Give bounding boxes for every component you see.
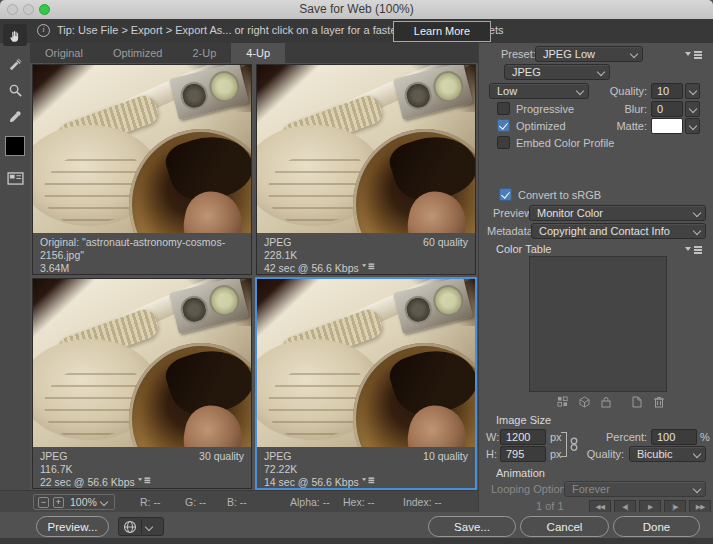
- view-tabs: Original Optimized 2-Up 4-Up: [30, 43, 478, 63]
- lock-color-icon[interactable]: [599, 395, 613, 408]
- dimension-bracket: [561, 432, 567, 457]
- eyedropper-tool-button[interactable]: [3, 105, 27, 127]
- progressive-label: Progressive: [516, 103, 574, 115]
- preview-mode-dropdown[interactable]: Monitor Color: [529, 205, 706, 221]
- preview-pane-30-quality[interactable]: JPEG 30 quality 116.7K 22 sec @ 56.6 Kbp…: [32, 278, 252, 489]
- pane-filesize: 72.22K: [264, 463, 468, 476]
- height-unit: px: [550, 448, 562, 460]
- metadata-dropdown[interactable]: Copyright and Contact Info: [531, 223, 706, 239]
- pane-format: JPEG: [40, 450, 67, 463]
- zoom-control-group: − + 100%: [33, 494, 115, 510]
- percent-value: 100: [657, 431, 675, 443]
- window-titlebar: Save for Web (100%): [0, 0, 713, 20]
- red-readout: R: --: [140, 496, 160, 508]
- tab-4up[interactable]: 4-Up: [231, 43, 285, 63]
- blur-stepper[interactable]: [685, 101, 700, 117]
- matte-swatch[interactable]: [651, 118, 683, 134]
- hand-tool-button[interactable]: [3, 24, 27, 46]
- width-field[interactable]: 1200: [500, 429, 546, 445]
- pane-label: JPEG 60 quality 228.1K 42 sec @ 56.6 Kbp…: [257, 233, 475, 274]
- color-swatch[interactable]: [3, 135, 27, 157]
- tab-optimized[interactable]: Optimized: [98, 43, 178, 63]
- embed-color-profile-label: Embed Color Profile: [516, 137, 614, 149]
- resample-quality-label: Quality:: [582, 448, 624, 460]
- blur-field[interactable]: 0: [651, 101, 683, 117]
- pane-filesize: 116.7K: [40, 463, 244, 476]
- astronaut-preview-image: [257, 279, 475, 447]
- trash-icon[interactable]: [652, 395, 666, 408]
- preview-pane-60-quality[interactable]: JPEG 60 quality 228.1K 42 sec @ 56.6 Kbp…: [256, 64, 476, 275]
- cancel-button[interactable]: Cancel: [520, 516, 609, 537]
- tools-sidebar: [0, 43, 30, 490]
- height-label: H:: [486, 448, 497, 460]
- download-speed-menu-icon[interactable]: [362, 262, 374, 269]
- save-button[interactable]: Save...: [428, 516, 516, 537]
- toggle-slices-button[interactable]: [3, 167, 27, 189]
- window-title: Save for Web (100%): [0, 2, 713, 16]
- convert-to-srgb-checkbox[interactable]: [499, 188, 512, 201]
- pane-download-time: 42 sec @ 56.6 Kbps: [264, 262, 359, 274]
- preview-pane-10-quality-selected[interactable]: JPEG 10 quality 72.22K 14 sec @ 56.6 Kbp…: [256, 278, 476, 489]
- height-value: 795: [506, 448, 524, 460]
- web-shift-cube-icon[interactable]: [577, 395, 591, 408]
- download-speed-menu-icon[interactable]: [362, 476, 374, 483]
- info-icon: [37, 24, 50, 37]
- looping-options-dropdown[interactable]: Forever: [564, 481, 706, 497]
- zoom-out-button[interactable]: −: [38, 497, 49, 508]
- frame-counter: 1 of 1: [536, 500, 564, 512]
- hex-readout: Hex: --: [343, 496, 375, 508]
- snap-to-web-palette-icon[interactable]: [555, 395, 569, 408]
- chevron-down-icon: [693, 450, 701, 458]
- height-field[interactable]: 795: [500, 446, 546, 462]
- panel-menu-icon[interactable]: [685, 49, 702, 59]
- quality-label: Quality:: [597, 85, 647, 97]
- matte-label: Matte:: [597, 120, 647, 132]
- quality-field[interactable]: 10: [651, 83, 683, 99]
- quality-stepper[interactable]: [685, 83, 700, 99]
- preview-button[interactable]: Preview...: [36, 516, 109, 537]
- chevron-down-icon: [689, 122, 697, 130]
- pane-quality: 10 quality: [423, 450, 468, 463]
- optimized-label: Optimized: [516, 120, 566, 132]
- progressive-checkbox[interactable]: [497, 102, 510, 115]
- pane-format: JPEG: [264, 450, 291, 463]
- preview-in-browser-button[interactable]: [118, 517, 164, 536]
- link-dimensions-icon[interactable]: [569, 437, 579, 452]
- resample-quality-dropdown[interactable]: Bicubic: [629, 446, 706, 462]
- toggle-slices-icon: [7, 172, 24, 185]
- alpha-readout: Alpha: --: [290, 496, 330, 508]
- done-button[interactable]: Done: [613, 516, 700, 537]
- download-speed-menu-icon[interactable]: [138, 476, 150, 483]
- looping-options-label: Looping Options:: [491, 483, 574, 495]
- compression-dropdown[interactable]: Low: [489, 83, 589, 99]
- resample-quality-value: Bicubic: [637, 448, 672, 460]
- divider: [141, 519, 142, 534]
- new-color-icon[interactable]: [630, 395, 644, 408]
- window-bottom-edge: [0, 538, 713, 544]
- color-table-menu-icon[interactable]: [685, 244, 702, 254]
- zoom-level-value[interactable]: 100%: [70, 496, 97, 508]
- pane-filesize: 228.1K: [264, 249, 468, 262]
- format-value: JPEG: [512, 66, 541, 78]
- pane-download-time: 14 sec @ 56.6 Kbps: [264, 476, 359, 488]
- slice-select-tool-button[interactable]: [3, 53, 27, 75]
- metadata-value: Copyright and Contact Info: [539, 225, 670, 237]
- blur-value: 0: [657, 103, 663, 115]
- format-dropdown[interactable]: JPEG: [504, 64, 610, 80]
- optimized-checkbox[interactable]: [497, 119, 510, 132]
- learn-more-button[interactable]: Learn More: [393, 21, 491, 42]
- zoom-in-button[interactable]: +: [53, 497, 64, 508]
- pane-label: JPEG 10 quality 72.22K 14 sec @ 56.6 Kbp…: [257, 447, 475, 488]
- animation-title: Animation: [496, 467, 545, 479]
- dialog-footer: Preview... Save... Cancel Done: [0, 512, 713, 538]
- preset-dropdown[interactable]: JPEG Low: [535, 46, 643, 62]
- embed-color-profile-checkbox[interactable]: [497, 136, 510, 149]
- zoom-tool-button[interactable]: [3, 79, 27, 101]
- percent-label: Percent:: [597, 431, 647, 443]
- tab-original[interactable]: Original: [30, 43, 98, 63]
- blue-readout: B: --: [227, 496, 247, 508]
- matte-stepper[interactable]: [685, 118, 700, 134]
- percent-field[interactable]: 100: [651, 429, 697, 445]
- tab-2up[interactable]: 2-Up: [177, 43, 231, 63]
- preview-pane-original[interactable]: Original: "astronaut-astronomy-cosmos-21…: [32, 64, 252, 275]
